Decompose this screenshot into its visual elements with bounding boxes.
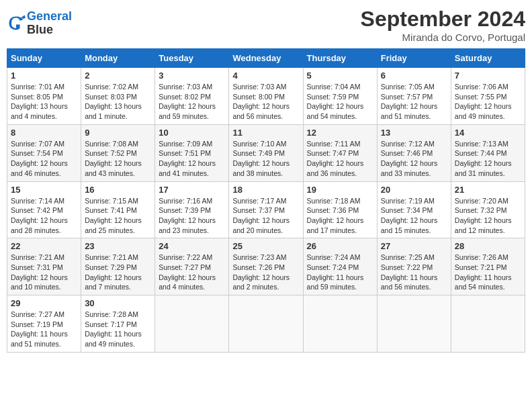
day-number: 22	[11, 241, 77, 251]
day-number: 11	[232, 128, 299, 138]
weekday-header-monday: Monday	[81, 49, 155, 68]
calendar-table: SundayMondayTuesdayWednesdayThursdayFrid…	[7, 48, 525, 353]
logo-line1: General	[27, 9, 72, 23]
day-number: 28	[455, 241, 521, 251]
calendar-cell: 5Sunrise: 7:04 AMSunset: 7:59 PMDaylight…	[303, 68, 377, 125]
day-number: 30	[85, 298, 151, 308]
day-detail: Sunrise: 7:25 AMSunset: 7:22 PMDaylight:…	[381, 253, 447, 292]
calendar-cell	[451, 295, 525, 353]
calendar-week-row: 22Sunrise: 7:21 AMSunset: 7:31 PMDayligh…	[7, 238, 525, 295]
day-number: 10	[159, 128, 225, 138]
calendar-cell	[229, 295, 303, 353]
calendar-cell: 17Sunrise: 7:16 AMSunset: 7:39 PMDayligh…	[155, 181, 229, 238]
day-detail: Sunrise: 7:18 AMSunset: 7:36 PMDaylight:…	[307, 196, 373, 236]
day-detail: Sunrise: 7:16 AMSunset: 7:39 PMDaylight:…	[159, 196, 225, 236]
calendar-cell: 30Sunrise: 7:28 AMSunset: 7:17 PMDayligh…	[81, 295, 155, 353]
day-detail: Sunrise: 7:07 AMSunset: 7:54 PMDaylight:…	[11, 139, 77, 179]
calendar-cell: 26Sunrise: 7:24 AMSunset: 7:24 PMDayligh…	[303, 238, 377, 295]
calendar-cell: 20Sunrise: 7:19 AMSunset: 7:34 PMDayligh…	[377, 181, 451, 238]
day-number: 27	[381, 241, 447, 251]
day-detail: Sunrise: 7:19 AMSunset: 7:34 PMDaylight:…	[381, 196, 447, 236]
day-detail: Sunrise: 7:14 AMSunset: 7:42 PMDaylight:…	[11, 196, 77, 236]
weekday-header-thursday: Thursday	[303, 49, 377, 68]
weekday-header-tuesday: Tuesday	[155, 49, 229, 68]
day-detail: Sunrise: 7:28 AMSunset: 7:17 PMDaylight:…	[85, 310, 151, 349]
calendar-cell: 9Sunrise: 7:08 AMSunset: 7:52 PMDaylight…	[81, 124, 155, 181]
day-detail: Sunrise: 7:10 AMSunset: 7:49 PMDaylight:…	[232, 139, 299, 179]
day-number: 1	[11, 71, 77, 81]
day-number: 16	[85, 185, 151, 195]
logo-icon	[7, 14, 26, 33]
calendar-cell: 11Sunrise: 7:10 AMSunset: 7:49 PMDayligh…	[229, 124, 303, 181]
day-number: 20	[381, 185, 447, 195]
day-detail: Sunrise: 7:21 AMSunset: 7:29 PMDaylight:…	[85, 253, 151, 292]
day-number: 25	[232, 241, 299, 251]
calendar-cell: 6Sunrise: 7:05 AMSunset: 7:57 PMDaylight…	[377, 68, 451, 125]
day-number: 17	[159, 185, 225, 195]
day-detail: Sunrise: 7:01 AMSunset: 8:05 PMDaylight:…	[11, 82, 77, 122]
day-detail: Sunrise: 7:09 AMSunset: 7:51 PMDaylight:…	[159, 139, 225, 179]
calendar-cell: 1Sunrise: 7:01 AMSunset: 8:05 PMDaylight…	[7, 68, 81, 125]
day-number: 24	[159, 241, 225, 251]
calendar-cell: 19Sunrise: 7:18 AMSunset: 7:36 PMDayligh…	[303, 181, 377, 238]
day-detail: Sunrise: 7:08 AMSunset: 7:52 PMDaylight:…	[85, 139, 151, 179]
day-number: 15	[11, 185, 77, 195]
calendar-cell: 18Sunrise: 7:17 AMSunset: 7:37 PMDayligh…	[229, 181, 303, 238]
calendar-cell: 24Sunrise: 7:22 AMSunset: 7:27 PMDayligh…	[155, 238, 229, 295]
calendar-cell: 4Sunrise: 7:03 AMSunset: 8:00 PMDaylight…	[229, 68, 303, 125]
calendar-cell	[303, 295, 377, 353]
calendar-cell: 12Sunrise: 7:11 AMSunset: 7:47 PMDayligh…	[303, 124, 377, 181]
logo: General Blue	[7, 7, 72, 37]
day-detail: Sunrise: 7:22 AMSunset: 7:27 PMDaylight:…	[159, 253, 225, 292]
calendar-cell: 23Sunrise: 7:21 AMSunset: 7:29 PMDayligh…	[81, 238, 155, 295]
calendar-cell: 8Sunrise: 7:07 AMSunset: 7:54 PMDaylight…	[7, 124, 81, 181]
day-detail: Sunrise: 7:02 AMSunset: 8:03 PMDaylight:…	[85, 82, 151, 122]
calendar-cell	[377, 295, 451, 353]
weekday-header-row: SundayMondayTuesdayWednesdayThursdayFrid…	[7, 49, 525, 68]
day-number: 21	[455, 185, 521, 195]
calendar-cell: 13Sunrise: 7:12 AMSunset: 7:46 PMDayligh…	[377, 124, 451, 181]
calendar-week-row: 29Sunrise: 7:27 AMSunset: 7:19 PMDayligh…	[7, 295, 525, 353]
calendar-cell	[155, 295, 229, 353]
weekday-header-wednesday: Wednesday	[229, 49, 303, 68]
day-detail: Sunrise: 7:17 AMSunset: 7:37 PMDaylight:…	[232, 196, 299, 236]
calendar-cell: 22Sunrise: 7:21 AMSunset: 7:31 PMDayligh…	[7, 238, 81, 295]
day-detail: Sunrise: 7:13 AMSunset: 7:44 PMDaylight:…	[455, 139, 521, 179]
logo-line2: Blue	[27, 24, 72, 37]
day-number: 8	[11, 128, 77, 138]
day-number: 4	[232, 71, 299, 81]
day-number: 13	[381, 128, 447, 138]
day-detail: Sunrise: 7:27 AMSunset: 7:19 PMDaylight:…	[11, 310, 77, 349]
day-detail: Sunrise: 7:06 AMSunset: 7:55 PMDaylight:…	[455, 82, 521, 122]
calendar-cell: 15Sunrise: 7:14 AMSunset: 7:42 PMDayligh…	[7, 181, 81, 238]
weekday-header-saturday: Saturday	[451, 49, 525, 68]
title-area: September 2024 Miranda do Corvo, Portuga…	[361, 7, 525, 43]
calendar-cell: 7Sunrise: 7:06 AMSunset: 7:55 PMDaylight…	[451, 68, 525, 125]
location-title: Miranda do Corvo, Portugal	[361, 32, 525, 43]
day-number: 5	[307, 71, 373, 81]
month-title: September 2024	[361, 7, 525, 32]
calendar-cell: 27Sunrise: 7:25 AMSunset: 7:22 PMDayligh…	[377, 238, 451, 295]
day-detail: Sunrise: 7:05 AMSunset: 7:57 PMDaylight:…	[381, 82, 447, 122]
day-detail: Sunrise: 7:03 AMSunset: 8:00 PMDaylight:…	[232, 82, 299, 122]
weekday-header-sunday: Sunday	[7, 49, 81, 68]
day-detail: Sunrise: 7:20 AMSunset: 7:32 PMDaylight:…	[455, 196, 521, 236]
day-detail: Sunrise: 7:03 AMSunset: 8:02 PMDaylight:…	[159, 82, 225, 122]
day-detail: Sunrise: 7:12 AMSunset: 7:46 PMDaylight:…	[381, 139, 447, 179]
calendar-cell: 10Sunrise: 7:09 AMSunset: 7:51 PMDayligh…	[155, 124, 229, 181]
calendar-cell: 28Sunrise: 7:26 AMSunset: 7:21 PMDayligh…	[451, 238, 525, 295]
logo-text: General Blue	[27, 10, 72, 37]
calendar-cell: 2Sunrise: 7:02 AMSunset: 8:03 PMDaylight…	[81, 68, 155, 125]
day-number: 6	[381, 71, 447, 81]
day-number: 14	[455, 128, 521, 138]
day-number: 23	[85, 241, 151, 251]
page-header: General Blue September 2024 Miranda do C…	[7, 7, 525, 43]
day-detail: Sunrise: 7:21 AMSunset: 7:31 PMDaylight:…	[11, 253, 77, 292]
day-number: 9	[85, 128, 151, 138]
calendar-cell: 16Sunrise: 7:15 AMSunset: 7:41 PMDayligh…	[81, 181, 155, 238]
calendar-week-row: 8Sunrise: 7:07 AMSunset: 7:54 PMDaylight…	[7, 124, 525, 181]
weekday-header-friday: Friday	[377, 49, 451, 68]
day-number: 29	[11, 298, 77, 308]
day-detail: Sunrise: 7:15 AMSunset: 7:41 PMDaylight:…	[85, 196, 151, 236]
day-detail: Sunrise: 7:04 AMSunset: 7:59 PMDaylight:…	[307, 82, 373, 122]
